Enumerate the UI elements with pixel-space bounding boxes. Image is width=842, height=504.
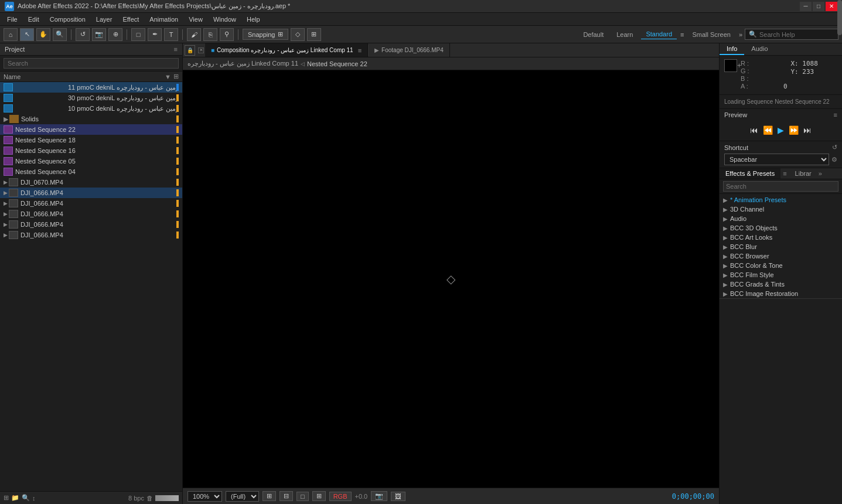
project-search-input[interactable]	[4, 58, 179, 69]
workspace-standard[interactable]: Standard	[641, 29, 677, 39]
minimize-button[interactable]: ─	[800, 2, 812, 11]
list-item[interactable]: ▶ DJI_0666.MP4	[0, 198, 182, 209]
workspace-menu-icon[interactable]: ≡	[680, 31, 684, 38]
effects-category-item[interactable]: ▶ BCC Grads & Tints	[720, 280, 842, 289]
step-back-btn[interactable]: ⏪	[762, 124, 774, 136]
zoom-dropdown[interactable]: 100% 50% 200%	[188, 491, 222, 502]
quality-dropdown[interactable]: (Full) (Half)	[226, 491, 259, 502]
menu-composition[interactable]: Composition	[45, 15, 90, 24]
fit-viewer-btn[interactable]: ⊞	[263, 491, 276, 501]
list-item[interactable]: زمین عباس - رودبارچره Linked Comp 03	[0, 93, 182, 103]
interpret-icon[interactable]: ↕	[32, 495, 36, 502]
viewer-tab-close-icon[interactable]: ✕	[198, 47, 204, 53]
rotate-tool[interactable]: ↺	[76, 28, 90, 41]
list-item[interactable]: Nested Sequence 04	[0, 166, 182, 177]
viewer-tab-comp[interactable]: ■ Composition زمین عباس - رودبارچره Link…	[205, 43, 368, 57]
tab-library[interactable]: Librar	[789, 168, 817, 179]
puppet-tool[interactable]: ⚲	[220, 28, 234, 41]
new-item-icon[interactable]: ⊞	[4, 494, 9, 502]
select-tool[interactable]: ↖	[20, 28, 34, 41]
shortcut-dropdown[interactable]: Spacebar	[724, 154, 829, 165]
camera-tool[interactable]: 📷	[92, 28, 106, 41]
close-button[interactable]: ✕	[826, 2, 837, 11]
home-tool[interactable]: ⌂	[4, 28, 18, 41]
workspace-overflow-icon[interactable]: »	[739, 31, 742, 38]
effects-category-item[interactable]: ▶ BCC Art Looks	[720, 233, 842, 242]
effects-category-item[interactable]: ▶ Audio	[720, 214, 842, 223]
menu-window[interactable]: Window	[209, 15, 241, 24]
tab-audio[interactable]: Audio	[744, 43, 775, 55]
skip-forward-btn[interactable]: ⏭	[802, 124, 813, 136]
region-btn[interactable]: □	[296, 492, 309, 501]
list-item[interactable]: Nested Sequence 18	[0, 135, 182, 145]
list-item[interactable]: ▶ DJI_0670.MP4	[0, 177, 182, 188]
magnet-icon[interactable]: ◇	[291, 28, 305, 41]
effects-search-input[interactable]	[723, 181, 838, 192]
workspace-default[interactable]: Default	[578, 30, 608, 39]
hand-tool[interactable]: ✋	[36, 28, 50, 41]
text-tool[interactable]: T	[164, 28, 178, 41]
list-item[interactable]: ▶ DJI_0666.MP4	[0, 230, 182, 240]
workspace-small[interactable]: Small Screen	[687, 30, 735, 39]
viewer-lock-icon[interactable]: 🔒	[185, 45, 195, 56]
library-overflow-icon[interactable]: »	[817, 168, 823, 179]
zoom-tool[interactable]: 🔍	[53, 28, 67, 41]
grid-icon[interactable]: ⊞	[307, 28, 321, 41]
breadcrumb-parent[interactable]: زمین عباس - رودبارچره Linked Comp 11	[188, 60, 298, 67]
workspace-learn[interactable]: Learn	[612, 30, 638, 39]
tab-info[interactable]: Info	[720, 43, 744, 55]
list-item[interactable]: زمین عباس - رودبارچره Linked Comp 11	[0, 82, 182, 93]
stamp-tool[interactable]: ⎘	[203, 28, 217, 41]
menu-file[interactable]: File	[2, 15, 22, 24]
list-item-folder[interactable]: ▶ Solids	[0, 114, 182, 124]
list-item[interactable]: ▶ DJI_0666.MP4	[0, 219, 182, 230]
list-item[interactable]: ▶ DJI_0666.MP4	[0, 188, 182, 198]
pan-tool[interactable]: ⊕	[108, 28, 122, 41]
grid-btn[interactable]: ⊞	[312, 491, 326, 501]
column-thumb-icon[interactable]: ⊞	[173, 73, 179, 80]
step-forward-btn[interactable]: ⏩	[788, 124, 800, 136]
timecode-display[interactable]: 0;00;00;00	[672, 492, 714, 500]
brush-tool[interactable]: 🖌	[187, 28, 201, 41]
delete-icon[interactable]: 🗑	[146, 495, 153, 502]
pen-tool[interactable]: ✒	[148, 28, 162, 41]
menu-view[interactable]: View	[184, 15, 207, 24]
channels-btn[interactable]: RGB	[329, 492, 352, 501]
effects-category-item[interactable]: ▶ BCC 3D Objects	[720, 223, 842, 233]
effects-category-item[interactable]: ▶ 3D Channel	[720, 205, 842, 214]
tab-effects-presets[interactable]: Effects & Presets	[720, 168, 780, 179]
column-sort-icon[interactable]: ▼	[165, 73, 171, 80]
effects-category-item[interactable]: ▶ BCC Blur	[720, 242, 842, 251]
menu-layer[interactable]: Layer	[91, 15, 117, 24]
list-item[interactable]: Nested Sequence 16	[0, 145, 182, 156]
preview-menu-icon[interactable]: ≡	[834, 111, 837, 118]
play-btn[interactable]: ▶	[776, 124, 785, 136]
snapshot-btn[interactable]: 📷	[371, 491, 387, 501]
search-box[interactable]: 🔍	[745, 29, 838, 40]
project-menu-icon[interactable]: ≡	[174, 46, 178, 53]
list-item[interactable]: Nested Sequence 22	[0, 124, 182, 135]
search-input[interactable]	[759, 31, 834, 38]
effects-category-item[interactable]: ▶ * Animation Presets	[720, 195, 842, 205]
menu-animation[interactable]: Animation	[145, 15, 183, 24]
list-item[interactable]: زمین عباس - رودبارچره Linked Comp 01	[0, 103, 182, 114]
mask-tool[interactable]: □	[131, 28, 145, 41]
menu-effect[interactable]: Effect	[118, 15, 144, 24]
list-item[interactable]: ▶ DJI_0666.MP4	[0, 209, 182, 219]
effects-category-item[interactable]: ▶ BCC Color & Tone	[720, 261, 842, 270]
shortcut-refresh-icon[interactable]: ↺	[832, 144, 837, 151]
snapping-button[interactable]: Snapping ⊞	[243, 29, 288, 40]
resolution-btn[interactable]: ⊟	[279, 491, 293, 501]
effects-category-item[interactable]: ▶ BCC Image Restoration	[720, 289, 842, 299]
effects-tab-menu[interactable]: ≡	[780, 168, 789, 179]
list-item[interactable]: Nested Sequence 05	[0, 156, 182, 166]
skip-back-btn[interactable]: ⏮	[749, 124, 759, 136]
shortcut-settings-icon[interactable]: ⚙	[831, 156, 837, 164]
menu-edit[interactable]: Edit	[23, 15, 44, 24]
effects-category-item[interactable]: ▶ BCC Film Style	[720, 270, 842, 280]
viewer-tab-footage[interactable]: ▶ Footage DJI_0666.MP4	[369, 43, 450, 57]
maximize-button[interactable]: □	[813, 2, 824, 11]
menu-help[interactable]: Help	[242, 15, 265, 24]
effects-category-item[interactable]: ▶ BCC Browser	[720, 251, 842, 261]
show-snapshot-btn[interactable]: 🖼	[391, 492, 405, 501]
